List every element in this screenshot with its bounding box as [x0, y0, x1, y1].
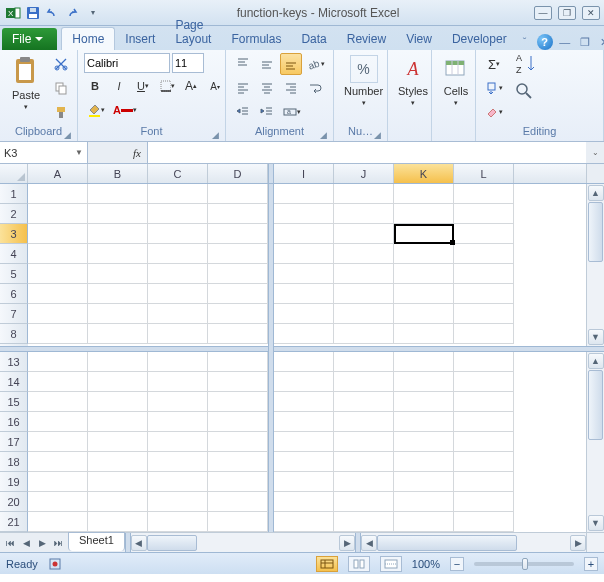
vertical-scrollbar-top[interactable]: ▲ ▼ — [586, 184, 604, 346]
cell[interactable] — [394, 432, 454, 452]
cell[interactable] — [28, 492, 88, 512]
close-button[interactable]: ✕ — [582, 6, 600, 20]
cell[interactable] — [148, 264, 208, 284]
increase-indent-button[interactable] — [256, 101, 278, 123]
number-launcher-icon[interactable]: ◢ — [371, 128, 383, 140]
cell[interactable] — [334, 412, 394, 432]
cell[interactable] — [454, 392, 514, 412]
minimize-button[interactable]: — — [534, 6, 552, 20]
cell[interactable] — [394, 512, 454, 532]
formula-bar-expand-icon[interactable]: ⌄ — [586, 142, 604, 163]
cell[interactable] — [334, 224, 394, 244]
cell[interactable] — [88, 372, 148, 392]
cell[interactable] — [334, 204, 394, 224]
cell[interactable] — [334, 352, 394, 372]
cell[interactable] — [28, 304, 88, 324]
row-header-3[interactable]: 3 — [0, 224, 28, 244]
cell[interactable] — [454, 412, 514, 432]
scroll-left-icon-right[interactable]: ◀ — [361, 535, 377, 551]
number-format-button[interactable]: % Number ▾ — [340, 53, 387, 109]
cell[interactable] — [88, 512, 148, 532]
cell[interactable] — [148, 472, 208, 492]
tab-data[interactable]: Data — [291, 28, 336, 50]
workbook-close-icon[interactable]: ✕ — [597, 34, 604, 50]
cell[interactable] — [88, 324, 148, 344]
sheet-tab[interactable]: Sheet1 — [68, 532, 125, 551]
row-header-20[interactable]: 20 — [0, 492, 28, 512]
cell[interactable] — [454, 492, 514, 512]
view-normal-button[interactable] — [316, 556, 338, 572]
cell[interactable] — [28, 244, 88, 264]
cell[interactable] — [208, 204, 268, 224]
cell[interactable] — [334, 304, 394, 324]
cell[interactable] — [148, 324, 208, 344]
cell[interactable] — [454, 264, 514, 284]
cell[interactable] — [394, 304, 454, 324]
col-header-k[interactable]: K — [394, 164, 454, 183]
save-icon[interactable] — [24, 4, 42, 22]
cell[interactable] — [88, 264, 148, 284]
tab-insert[interactable]: Insert — [115, 28, 165, 50]
cell[interactable] — [274, 264, 334, 284]
cell[interactable] — [454, 452, 514, 472]
cell[interactable] — [28, 184, 88, 204]
cell[interactable] — [334, 264, 394, 284]
cell[interactable] — [274, 324, 334, 344]
align-top-button[interactable] — [232, 53, 254, 75]
cell[interactable] — [88, 472, 148, 492]
clear-button[interactable]: ▾ — [482, 101, 506, 123]
scroll-down-icon-bottom[interactable]: ▼ — [588, 515, 604, 531]
cell[interactable] — [28, 392, 88, 412]
cell[interactable] — [274, 184, 334, 204]
copy-button[interactable] — [50, 77, 72, 99]
row-header-7[interactable]: 7 — [0, 304, 28, 324]
restore-button[interactable]: ❐ — [558, 6, 576, 20]
scroll-left-icon[interactable]: ◀ — [131, 535, 147, 551]
cell[interactable] — [148, 432, 208, 452]
col-header-c[interactable]: C — [148, 164, 208, 183]
cut-button[interactable] — [50, 53, 72, 75]
cell[interactable] — [334, 452, 394, 472]
redo-icon[interactable] — [64, 4, 82, 22]
row-header-14[interactable]: 14 — [0, 372, 28, 392]
cell[interactable] — [208, 412, 268, 432]
font-size-select[interactable] — [172, 53, 204, 73]
cell[interactable] — [208, 244, 268, 264]
cell[interactable] — [274, 392, 334, 412]
tab-view[interactable]: View — [396, 28, 442, 50]
cell[interactable] — [454, 224, 514, 244]
tab-page-layout[interactable]: Page Layout — [165, 14, 221, 50]
cell[interactable] — [334, 392, 394, 412]
sheet-nav-last-icon[interactable]: ⏭ — [50, 535, 66, 551]
cell[interactable] — [394, 452, 454, 472]
cell[interactable] — [274, 224, 334, 244]
cell[interactable] — [208, 352, 268, 372]
row-header-4[interactable]: 4 — [0, 244, 28, 264]
scroll-up-icon[interactable]: ▲ — [588, 185, 604, 201]
cell[interactable] — [208, 452, 268, 472]
cell[interactable] — [148, 184, 208, 204]
cell[interactable] — [274, 352, 334, 372]
cell[interactable] — [208, 512, 268, 532]
border-button[interactable]: ▾ — [156, 75, 178, 97]
zoom-level[interactable]: 100% — [412, 558, 440, 570]
cell[interactable] — [148, 224, 208, 244]
cell[interactable] — [394, 244, 454, 264]
cell[interactable] — [88, 244, 148, 264]
undo-icon[interactable] — [44, 4, 62, 22]
cell[interactable] — [88, 352, 148, 372]
underline-button[interactable]: U▾ — [132, 75, 154, 97]
cell[interactable] — [28, 472, 88, 492]
name-box-dropdown-icon[interactable]: ▼ — [75, 148, 83, 157]
fill-button[interactable]: ▾ — [482, 77, 506, 99]
col-header-d[interactable]: D — [208, 164, 268, 183]
row-header-1[interactable]: 1 — [0, 184, 28, 204]
cell[interactable] — [274, 304, 334, 324]
cell[interactable] — [394, 284, 454, 304]
view-page-break-button[interactable] — [380, 556, 402, 572]
cell[interactable] — [394, 392, 454, 412]
cell[interactable] — [394, 412, 454, 432]
cell[interactable] — [394, 224, 454, 244]
cell[interactable] — [88, 432, 148, 452]
cell[interactable] — [148, 204, 208, 224]
